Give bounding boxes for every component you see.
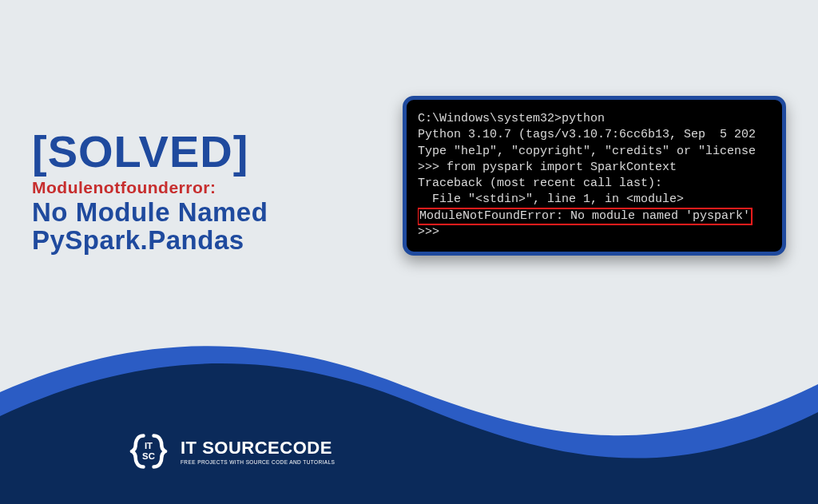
wave-dark-decoration (0, 296, 818, 504)
terminal-line: Traceback (most recent call last): (418, 177, 662, 190)
svg-text:IT: IT (145, 441, 153, 450)
terminal-error-line: ModuleNotFoundError: No module named 'py… (418, 208, 752, 224)
terminal-line: >>> from pyspark import SparkContext (418, 161, 677, 174)
headline-solved: [SOLVED] (32, 129, 383, 174)
brand-tagline: FREE PROJECTS WITH SOURCE CODE AND TUTOR… (181, 459, 335, 465)
terminal-line: C:\Windows\system32>python (418, 112, 605, 125)
terminal-output: C:\Windows\system32>python Python 3.10.7… (418, 111, 774, 240)
headline-line-a: No Module Named (32, 199, 383, 227)
terminal-line: Type "help", "copyright", "credits" or "… (418, 145, 756, 158)
terminal-line: File "<stdin>", line 1, in <module> (418, 192, 684, 206)
headline-line-b: PySpark.Pandas (32, 227, 383, 255)
brand-name: IT SOURCECODE (181, 438, 335, 458)
brand-logo-icon: IT SC (128, 431, 169, 472)
headline-error-label: Modulenotfounderror: (32, 177, 383, 197)
brand-text: IT SOURCECODE FREE PROJECTS WITH SOURCE … (181, 438, 335, 465)
terminal-line: Python 3.10.7 (tags/v3.10.7:6cc6b13, Sep… (418, 128, 756, 141)
brand-logo-block: IT SC IT SOURCECODE FREE PROJECTS WITH S… (128, 431, 335, 472)
terminal-prompt: >>> (418, 225, 439, 239)
terminal-window: C:\Windows\system32>python Python 3.10.7… (403, 96, 786, 256)
headline-block: [SOLVED] Modulenotfounderror: No Module … (32, 113, 383, 254)
svg-text:SC: SC (142, 451, 155, 461)
